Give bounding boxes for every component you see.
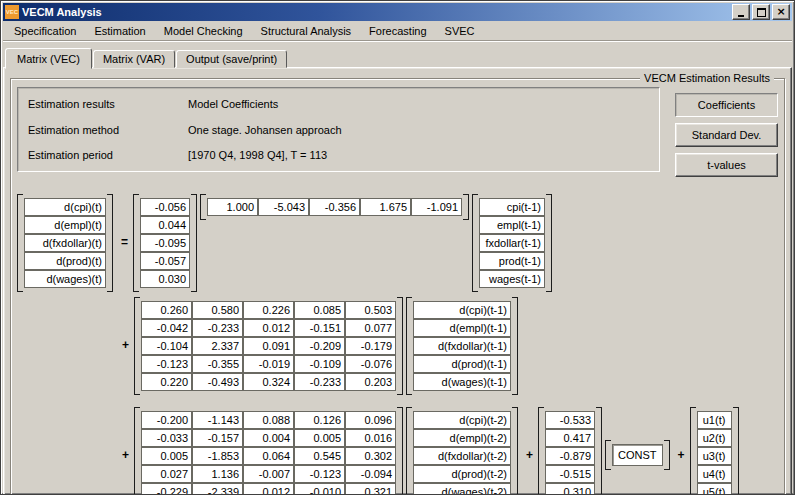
tab[interactable]: Matrix (VAR) (93, 50, 175, 68)
gamma1-matrix: 0.2600.5800.2260.0850.503-0.042-0.2330.0… (134, 297, 403, 395)
matrix-cell: -0.157 (192, 429, 243, 447)
matrix-row: -0.033-0.1570.0040.0050.016 (141, 429, 396, 447)
matrix-row: d(wages)(t-2) (413, 483, 511, 495)
matrix-row: u5(t) (697, 483, 732, 495)
const-box: CONST (612, 444, 663, 466)
matrix-cell: d(wages)(t) (24, 270, 106, 288)
maximize-button[interactable] (752, 4, 770, 20)
matrix-cell: -5.043 (258, 198, 309, 216)
t-values-button[interactable]: t-values (675, 153, 778, 177)
matrix-row: d(fxdollar)(t-2) (413, 447, 511, 465)
matrix-row: 0.417 (545, 429, 595, 447)
matrix-cell: 0.027 (141, 465, 192, 483)
matrix-row: 0.220-0.4930.324-0.2330.203 (141, 373, 396, 391)
lag2-labels-matrix: d(cpi)(t-2)d(empl)(t-2)d(fxdollar)(t-2)d… (406, 407, 518, 495)
matrix-cell: 0.005 (294, 429, 345, 447)
matrix-cell: -0.094 (345, 465, 396, 483)
const-vector-matrix: -0.5330.417-0.879-0.5150.310 (538, 407, 602, 495)
matrix-row: wages(t-1) (479, 270, 545, 288)
matrix-cell: wages(t-1) (479, 270, 545, 288)
menu-item[interactable]: SVEC (436, 22, 484, 40)
matrix-cell: -0.007 (243, 465, 294, 483)
matrix-row: -0.057 (140, 252, 190, 270)
matrix-cell: 0.091 (243, 337, 294, 355)
gamma2-matrix: -0.200-1.1430.0880.1260.096-0.033-0.1570… (134, 407, 403, 495)
matrix-cell: -0.109 (294, 355, 345, 373)
matrix-row: d(prod)(t-1) (413, 355, 511, 373)
matrix-cell: u1(t) (697, 411, 732, 429)
matrix-cell: d(cpi)(t-2) (413, 411, 511, 429)
menu-item[interactable]: Forecasting (360, 22, 435, 40)
title-bar: VEC VECM Analysis × (3, 3, 792, 21)
matrix-cell: 1.675 (360, 198, 411, 216)
matrix-row: -0.123-0.355-0.019-0.109-0.076 (141, 355, 396, 373)
matrix-row: d(cpi)(t) (24, 198, 106, 216)
matrix-cell: -0.209 (294, 337, 345, 355)
matrix-row: cpi(t-1) (479, 198, 545, 216)
menu-item[interactable]: Estimation (85, 22, 154, 40)
matrix-row: d(prod)(t-2) (413, 465, 511, 483)
matrix-cell: -0.042 (141, 319, 192, 337)
matrix-row: d(wages)(t) (24, 270, 106, 288)
matrix-row: -0.200-1.1430.0880.1260.096 (141, 411, 396, 429)
estimation-results-value: Model Coefficients (188, 98, 278, 110)
matrix-cell: 1.136 (192, 465, 243, 483)
matrix-cell: 0.503 (345, 301, 396, 319)
matrix-cell: d(empl)(t) (24, 216, 106, 234)
matrix-cell: -0.355 (192, 355, 243, 373)
matrix-cell: u3(t) (697, 447, 732, 465)
close-button[interactable]: × (772, 4, 790, 20)
matrix-cell: prod(t-1) (479, 252, 545, 270)
menu-item[interactable]: Structural Analysis (252, 22, 360, 40)
info-row-results: Estimation results Model Coefficients (28, 98, 649, 110)
minimize-button[interactable] (732, 4, 750, 20)
matrix-row: -0.1042.3370.091-0.209-0.179 (141, 337, 396, 355)
menu-item[interactable]: Model Checking (155, 22, 252, 40)
ect-labels-matrix: cpi(t-1)empl(t-1)fxdollar(t-1)prod(t-1)w… (472, 194, 552, 292)
matrix-row: u3(t) (697, 447, 732, 465)
beta-row-matrix: 1.000-5.043-0.3561.675-1.091 (200, 194, 469, 220)
estimation-period-value: [1970 Q4, 1998 Q4], T = 113 (188, 149, 327, 161)
equation-area: d(cpi)(t)d(empl)(t)d(fxdollar)(t)d(prod)… (17, 194, 778, 495)
estimation-method-value: One stage. Johansen approach (188, 124, 342, 136)
matrix-cell: 0.085 (294, 301, 345, 319)
matrix-cell: 0.064 (243, 447, 294, 465)
matrix-cell: 0.321 (345, 483, 396, 495)
groupbox-title: VECM Estimation Results (640, 72, 774, 84)
maximize-icon (757, 8, 766, 17)
matrix-cell: 0.545 (294, 447, 345, 465)
matrix-cell: -0.493 (192, 373, 243, 391)
plus-operator-1: + (117, 297, 134, 393)
plus-operator-2: + (117, 407, 134, 495)
matrix-cell: -0.056 (140, 198, 190, 216)
matrix-cell: 0.016 (345, 429, 396, 447)
matrix-row: -0.042-0.2330.012-0.1510.077 (141, 319, 396, 337)
equation-row-1: d(cpi)(t)d(empl)(t)d(fxdollar)(t)d(prod)… (17, 194, 778, 292)
matrix-row: d(fxdollar)(t-1) (413, 337, 511, 355)
matrix-row: d(fxdollar)(t) (24, 234, 106, 252)
coefficients-button[interactable]: Coefficients (675, 93, 778, 117)
menu-item[interactable]: Specification (5, 22, 85, 40)
matrix-cell: d(fxdollar)(t-2) (413, 447, 511, 465)
matrix-row: u4(t) (697, 465, 732, 483)
matrix-cell: d(fxdollar)(t) (24, 234, 106, 252)
close-icon: × (776, 7, 785, 17)
tab[interactable]: Output (save/print) (176, 50, 287, 68)
matrix-cell: 0.226 (243, 301, 294, 319)
matrix-cell: -0.019 (243, 355, 294, 373)
matrix-cell: 0.005 (141, 447, 192, 465)
matrix-row: d(cpi)(t-1) (413, 301, 511, 319)
matrix-cell: d(cpi)(t) (24, 198, 106, 216)
matrix-cell: -0.095 (140, 234, 190, 252)
standard-dev-button[interactable]: Standard Dev. (675, 123, 778, 147)
tab[interactable]: Matrix (VEC) (5, 48, 92, 69)
alpha-vector-matrix: -0.0560.044-0.095-0.0570.030 (133, 194, 197, 292)
matrix-row: 0.044 (140, 216, 190, 234)
info-row-method: Estimation method One stage. Johansen ap… (28, 124, 649, 136)
matrix-cell: d(prod)(t) (24, 252, 106, 270)
matrix-cell: d(empl)(t-2) (413, 429, 511, 447)
const-bracket: CONST (605, 440, 670, 470)
matrix-row: -0.515 (545, 465, 595, 483)
matrix-cell: 0.096 (345, 411, 396, 429)
lhs-vector-matrix: d(cpi)(t)d(empl)(t)d(fxdollar)(t)d(prod)… (17, 194, 113, 292)
